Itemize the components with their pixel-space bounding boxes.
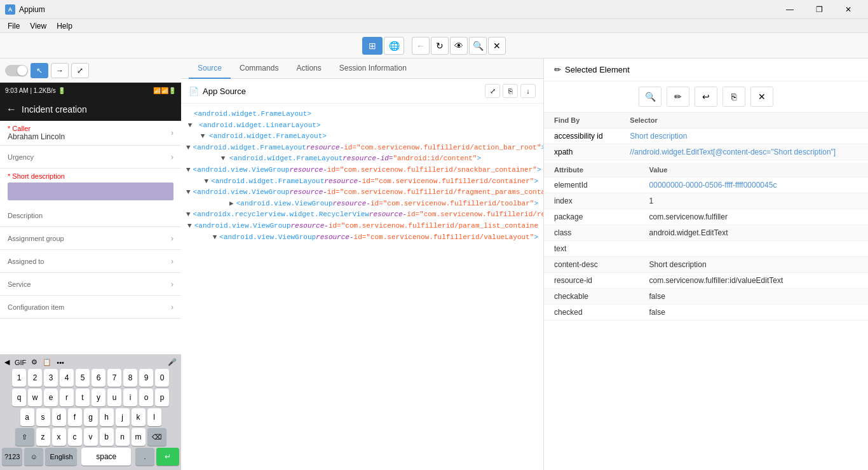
kb-key-s[interactable]: s xyxy=(36,408,50,426)
kb-key-z[interactable]: z xyxy=(36,428,50,446)
kb-key-k[interactable]: k xyxy=(132,408,146,426)
kb-key-h[interactable]: h xyxy=(100,408,114,426)
expand-btn[interactable]: ▼ xyxy=(219,153,227,165)
kb-key-5[interactable]: 5 xyxy=(76,369,90,387)
undo-action-button[interactable]: ↩ xyxy=(695,86,717,107)
minimize-button[interactable]: — xyxy=(775,0,804,19)
xml-line[interactable]: ▼ <android.view.ViewGroup resource-id="c… xyxy=(184,187,541,198)
eye-button[interactable]: 👁 xyxy=(450,37,468,55)
kb-key-6[interactable]: 6 xyxy=(92,369,105,387)
kb-clipboard-icon[interactable]: 📋 xyxy=(43,358,51,366)
move-mode-button[interactable]: → xyxy=(51,63,69,78)
back-button[interactable]: ← xyxy=(412,37,430,55)
short-desc-input[interactable] xyxy=(8,183,173,200)
download-source-button[interactable]: ↓ xyxy=(520,84,536,98)
xml-line[interactable]: ▼ <android.view.ViewGroup resource-id="c… xyxy=(184,221,541,232)
kb-key-l[interactable]: l xyxy=(147,408,161,426)
search-action-button[interactable]: 🔍 xyxy=(639,86,661,107)
expand-btn[interactable]: ▼ xyxy=(187,221,192,232)
kb-key-a[interactable]: a xyxy=(20,408,34,426)
kb-return-key[interactable]: ↵ xyxy=(156,448,179,466)
kb-mic-icon[interactable]: 🎤 xyxy=(168,358,177,366)
kb-settings-icon[interactable]: ⚙ xyxy=(31,358,37,366)
expand-btn[interactable]: ▼ xyxy=(213,232,217,244)
assigned-to-field[interactable]: Assigned to › xyxy=(0,250,181,273)
xml-line[interactable]: <android.widget.FrameLayout> xyxy=(184,109,541,120)
menu-view[interactable]: View xyxy=(25,20,51,32)
close-nav-button[interactable]: ✕ xyxy=(488,37,506,55)
xml-line[interactable]: ▼ <android.view.ViewGroup resource-id="c… xyxy=(184,165,541,176)
menu-help[interactable]: Help xyxy=(51,20,78,32)
globe-button[interactable]: 🌐 xyxy=(384,37,404,55)
kb-delete-key[interactable]: ⌫ xyxy=(147,428,166,446)
expand-btn[interactable]: ▼ xyxy=(186,209,191,221)
kb-key-9[interactable]: 9 xyxy=(139,369,153,387)
maximize-button[interactable]: ❐ xyxy=(804,0,834,19)
kb-lang-key[interactable]: English xyxy=(45,448,77,466)
expand-btn[interactable]: ▼ xyxy=(204,176,208,188)
service-field[interactable]: Service › xyxy=(0,273,181,296)
tab-commands[interactable]: Commands xyxy=(231,59,287,79)
xml-content[interactable]: <android.widget.FrameLayout> ▼ <android.… xyxy=(181,104,543,470)
kb-shift-key[interactable]: ⇧ xyxy=(15,428,34,446)
kb-key-j[interactable]: j xyxy=(116,408,130,426)
caller-field[interactable]: * Caller Abraham Lincoln › xyxy=(0,121,181,146)
toggle-switch[interactable] xyxy=(5,65,28,76)
xml-line[interactable]: ▼ <android.widget.FrameLayout resource-i… xyxy=(184,142,541,154)
close-button[interactable]: ✕ xyxy=(834,0,863,19)
select-mode-button[interactable]: ↖ xyxy=(31,63,48,78)
expand-btn[interactable]: ▼ xyxy=(199,131,207,142)
kb-key-r[interactable]: r xyxy=(60,389,74,406)
kb-key-2[interactable]: 2 xyxy=(28,369,42,387)
kb-key-e[interactable]: e xyxy=(44,389,58,406)
kb-key-n[interactable]: n xyxy=(116,428,130,446)
xml-line[interactable]: ▼ <android.widget.FrameLayout> xyxy=(184,131,541,142)
expand-btn[interactable]: ▶ xyxy=(229,198,234,210)
grid-view-button[interactable]: ⊞ xyxy=(362,37,383,55)
refresh-button[interactable]: ↻ xyxy=(431,37,449,55)
xml-line[interactable]: ▼ <android.widget.FrameLayout resource-i… xyxy=(184,153,541,165)
kb-emoji-key[interactable]: ☺ xyxy=(24,448,43,466)
expand-btn[interactable]: ▼ xyxy=(186,165,191,176)
kb-key-d[interactable]: d xyxy=(52,408,66,426)
kb-key-q[interactable]: q xyxy=(12,389,26,406)
kb-key-x[interactable]: x xyxy=(52,428,66,446)
kb-key-i[interactable]: i xyxy=(123,389,137,406)
kb-key-1[interactable]: 1 xyxy=(12,369,26,387)
urgency-field[interactable]: Urgency › xyxy=(0,146,181,169)
kb-key-7[interactable]: 7 xyxy=(107,369,121,387)
kb-key-v[interactable]: v xyxy=(84,428,98,446)
kb-key-w[interactable]: w xyxy=(28,389,42,406)
kb-key-o[interactable]: o xyxy=(139,389,153,406)
kb-key-y[interactable]: y xyxy=(92,389,105,406)
kb-key-t[interactable]: t xyxy=(76,389,90,406)
kb-key-c[interactable]: c xyxy=(68,428,82,446)
kb-key-3[interactable]: 3 xyxy=(44,369,58,387)
kb-key-g[interactable]: g xyxy=(84,408,98,426)
xml-line[interactable]: ▼ <android.widget.LinearLayout> xyxy=(184,120,541,132)
device-back-arrow[interactable]: ← xyxy=(6,104,17,115)
xml-line[interactable]: ▼ <android.view.ViewGroup resource-id="c… xyxy=(184,232,541,244)
kb-key-u[interactable]: u xyxy=(107,389,121,406)
config-item-field[interactable]: Configuration item › xyxy=(0,296,181,319)
tab-source[interactable]: Source xyxy=(189,59,231,79)
kb-key-4[interactable]: 4 xyxy=(60,369,74,387)
kb-gif-icon[interactable]: GIF xyxy=(15,359,26,366)
kb-key-f[interactable]: f xyxy=(68,408,82,426)
kb-more-icon[interactable]: ••• xyxy=(57,359,64,366)
kb-key-p[interactable]: p xyxy=(155,389,169,406)
description-field[interactable]: Description xyxy=(0,204,181,227)
tab-session[interactable]: Session Information xyxy=(330,59,416,79)
copy-source-button[interactable]: ⎘ xyxy=(503,84,518,98)
copy-action-button[interactable]: ⎘ xyxy=(722,86,745,107)
close-action-button[interactable]: ✕ xyxy=(750,86,773,107)
expand-all-button[interactable]: ⤢ xyxy=(485,84,500,98)
expand-btn[interactable]: ▼ xyxy=(186,187,191,198)
expand-mode-button[interactable]: ⤢ xyxy=(71,63,89,78)
xml-line[interactable]: ▼ <android.widget.FrameLayout resource-i… xyxy=(184,176,541,188)
expand-btn[interactable]: ▼ xyxy=(186,142,191,154)
assignment-group-field[interactable]: Assignment group › xyxy=(0,227,181,250)
kb-back-icon[interactable]: ◀ xyxy=(4,358,10,366)
kb-key-b[interactable]: b xyxy=(100,428,114,446)
kb-period-key[interactable]: . xyxy=(135,448,154,466)
